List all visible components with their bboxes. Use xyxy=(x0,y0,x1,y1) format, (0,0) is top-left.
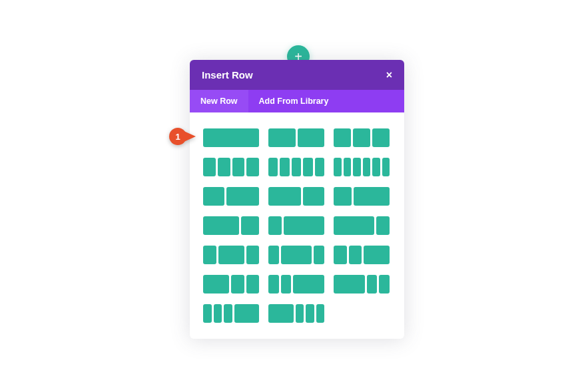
layout-14-34[interactable] xyxy=(268,216,324,235)
column xyxy=(363,158,371,176)
column xyxy=(241,216,259,235)
column xyxy=(303,158,312,176)
column xyxy=(364,246,390,264)
column xyxy=(316,304,325,323)
column xyxy=(281,275,292,294)
column xyxy=(234,304,260,323)
column xyxy=(298,128,325,147)
column xyxy=(353,158,361,176)
insert-row-modal: Insert Row × New Row Add From Library xyxy=(190,60,404,339)
column xyxy=(218,158,230,176)
layout-34-14[interactable] xyxy=(334,216,390,235)
column xyxy=(268,275,279,294)
column xyxy=(353,128,370,147)
column xyxy=(203,304,212,323)
column xyxy=(203,216,239,235)
layout-35-15-15[interactable] xyxy=(334,275,390,294)
column xyxy=(354,187,390,206)
column xyxy=(280,158,289,176)
column xyxy=(246,275,260,294)
column xyxy=(226,187,259,206)
column xyxy=(334,128,351,147)
column xyxy=(224,304,232,323)
column xyxy=(268,128,296,147)
layout-12-16-16-16[interactable] xyxy=(268,304,324,323)
column xyxy=(315,158,324,176)
column xyxy=(292,158,301,176)
column xyxy=(281,246,312,264)
column xyxy=(334,187,352,206)
annotation-pointer-1: 1 xyxy=(169,128,196,145)
column xyxy=(246,246,260,264)
layout-35-25[interactable] xyxy=(268,187,324,206)
column xyxy=(232,158,245,176)
layout-4col[interactable] xyxy=(203,158,259,176)
column xyxy=(268,187,301,206)
layout-row xyxy=(203,275,391,294)
column xyxy=(376,216,390,235)
column xyxy=(372,128,390,147)
column xyxy=(334,158,342,176)
layout-2col[interactable] xyxy=(268,128,324,147)
layout-13-23[interactable] xyxy=(334,187,390,206)
column xyxy=(303,187,324,206)
layout-12-14-14[interactable] xyxy=(203,275,259,294)
close-button[interactable]: × xyxy=(386,70,392,81)
column xyxy=(382,158,390,176)
column xyxy=(268,158,278,176)
layout-15-35-15[interactable] xyxy=(268,246,324,264)
column xyxy=(203,246,216,264)
column xyxy=(334,246,347,264)
layout-23-13[interactable] xyxy=(203,216,259,235)
column xyxy=(306,304,314,323)
column xyxy=(203,158,216,176)
column xyxy=(203,275,229,294)
column xyxy=(218,246,244,264)
annotation-number: 1 xyxy=(169,128,186,145)
column xyxy=(268,304,294,323)
column xyxy=(344,158,352,176)
column xyxy=(268,246,279,264)
layout-row xyxy=(203,304,391,323)
column xyxy=(349,246,362,264)
column xyxy=(246,158,259,176)
column xyxy=(367,275,378,294)
column xyxy=(293,275,324,294)
column xyxy=(268,216,282,235)
layout-15-15-35[interactable] xyxy=(268,275,324,294)
column xyxy=(379,275,390,294)
column xyxy=(203,128,259,147)
modal-header: Insert Row × xyxy=(190,60,404,90)
layout-16-16-16-12[interactable] xyxy=(203,304,259,323)
tab-add-from-library[interactable]: Add From Library xyxy=(248,90,340,112)
layout-3col[interactable] xyxy=(334,128,390,147)
layout-1col[interactable] xyxy=(203,128,259,147)
layout-14-14-12[interactable] xyxy=(334,246,390,264)
layout-row xyxy=(203,216,391,235)
layout-14-12-14[interactable] xyxy=(203,246,259,264)
column xyxy=(284,216,324,235)
layout-row xyxy=(203,187,391,206)
column xyxy=(334,275,365,294)
column xyxy=(231,275,244,294)
layout-row xyxy=(203,128,391,147)
column xyxy=(372,158,380,176)
layout-5col[interactable] xyxy=(268,158,324,176)
tab-bar: New Row Add From Library xyxy=(190,90,404,112)
close-icon: × xyxy=(386,69,392,81)
tab-new-row[interactable]: New Row xyxy=(190,90,248,112)
column xyxy=(314,246,324,264)
column xyxy=(296,304,304,323)
layout-row xyxy=(203,158,391,176)
column xyxy=(214,304,222,323)
layout-6col[interactable] xyxy=(334,158,390,176)
column xyxy=(334,216,374,235)
layout-grid xyxy=(190,112,404,339)
column xyxy=(203,187,224,206)
layout-25-35[interactable] xyxy=(203,187,259,206)
modal-title: Insert Row xyxy=(202,69,253,81)
layout-row xyxy=(203,246,391,264)
